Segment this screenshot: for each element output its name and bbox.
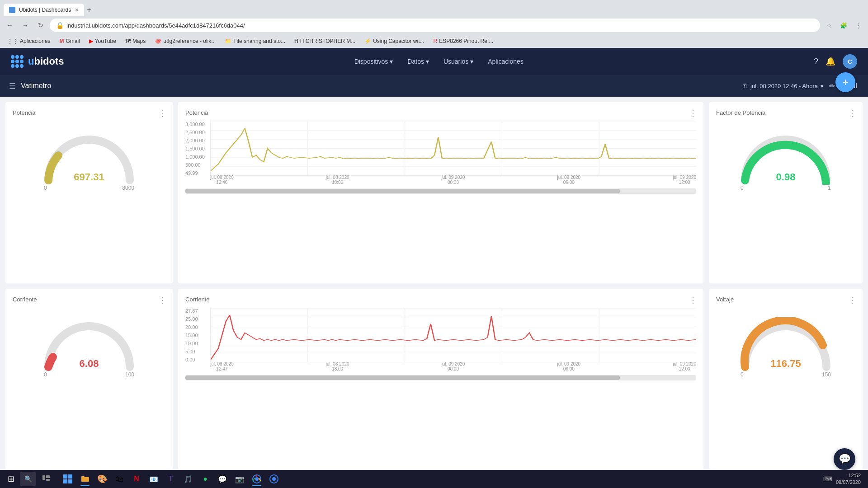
- chevron-down-icon-3: ▾: [470, 58, 473, 65]
- task-view-button[interactable]: [38, 472, 54, 475]
- camera-icon: 📷: [235, 475, 244, 475]
- factor-gauge-menu[interactable]: ⋮: [848, 108, 856, 118]
- chrome-icon-2: [269, 474, 278, 475]
- corriente-gauge-title: Corriente: [13, 296, 165, 303]
- bookmark-button[interactable]: ☆: [823, 19, 835, 32]
- bookmark-apps[interactable]: ⋮⋮ Aplicaciones: [5, 37, 53, 45]
- apps-icon: ⋮⋮: [7, 38, 18, 44]
- top-nav: ubidots Dispositivos ▾ Datos ▾ Usuarios …: [0, 48, 868, 75]
- taskbar-app-chrome[interactable]: [249, 472, 265, 475]
- add-widget-button[interactable]: +: [835, 72, 855, 92]
- taskbar-app-netflix[interactable]: N: [128, 472, 145, 475]
- logo-dots: [11, 55, 24, 68]
- corriente-scrollbar-thumb: [185, 375, 620, 380]
- taskbar-app-windows[interactable]: [60, 472, 76, 475]
- nav-label-datos: Datos: [407, 58, 424, 65]
- logo-text[interactable]: ubidots: [28, 56, 64, 67]
- edit-button[interactable]: ✏: [829, 82, 835, 90]
- date-range[interactable]: 🗓 jul. 08 2020 12:46 - Ahora ▾: [742, 83, 824, 89]
- corriente-x-labels: jul. 08 202012:47 jul. 08 202018:00 jul.…: [210, 361, 696, 371]
- nav-label-usuarios: Usuarios: [443, 58, 468, 65]
- browser-actions: ☆ 🧩 ⋮: [823, 19, 864, 32]
- corriente-gauge-value: 6.08: [80, 358, 99, 370]
- taskbar-app-teams[interactable]: T: [163, 472, 179, 475]
- start-button[interactable]: ⊞: [4, 472, 18, 475]
- help-button[interactable]: ?: [814, 57, 818, 66]
- app-container: ubidots Dispositivos ▾ Datos ▾ Usuarios …: [0, 48, 868, 475]
- bookmark-esp8266[interactable]: R ESP8266 Pinout Ref...: [431, 37, 496, 45]
- back-button[interactable]: ←: [4, 19, 16, 32]
- esp-icon: R: [434, 38, 438, 44]
- nav-usuarios[interactable]: Usuarios ▾: [443, 58, 473, 65]
- taskbar-app-explorer[interactable]: [77, 472, 93, 475]
- bookmark-maps[interactable]: 🗺 Maps: [123, 37, 148, 45]
- bookmarks-bar: ⋮⋮ Aplicaciones M Gmail ▶ YouTube 🗺 Maps…: [0, 34, 868, 48]
- forward-button[interactable]: →: [19, 19, 32, 32]
- browser-chrome: Ubidots | Dashboards ✕ + ← → ↻ 🔒 industr…: [0, 0, 868, 48]
- nav-menu: Dispositivos ▾ Datos ▾ Usuarios ▾ Aplica…: [82, 58, 796, 65]
- bookmark-u8g2[interactable]: 🐙 u8g2reference - olik...: [152, 37, 218, 45]
- taskbar-app-msg[interactable]: 💬: [214, 472, 231, 475]
- corriente-chart-scrollbar[interactable]: [185, 375, 696, 380]
- msg-icon: 💬: [218, 475, 227, 475]
- voltaje-gauge-max: 150: [822, 371, 831, 378]
- potencia-chart-title: Potencia: [185, 109, 696, 116]
- h-icon: H: [294, 38, 298, 44]
- bookmark-filesharing[interactable]: 📁 File sharing and sto...: [222, 37, 288, 45]
- bookmark-capacitor[interactable]: ⚡ Using Capacitor wit...: [362, 37, 427, 45]
- extension-button[interactable]: 🧩: [837, 19, 850, 32]
- voltaje-gauge-value: 116.75: [770, 358, 801, 370]
- taskbar-app-camera[interactable]: 📷: [231, 472, 248, 475]
- chevron-down-icon-2: ▾: [426, 58, 429, 65]
- store-icon: 🛍: [115, 474, 123, 475]
- user-avatar[interactable]: C: [843, 54, 857, 69]
- nav-aplicaciones[interactable]: Aplicaciones: [488, 58, 524, 65]
- tab-favicon: [9, 7, 15, 13]
- taskbar-app-green1[interactable]: ●: [197, 472, 213, 475]
- nav-dispositivos[interactable]: Dispositivos ▾: [354, 58, 393, 65]
- taskbar-app-store[interactable]: 🛍: [111, 472, 127, 475]
- voltaje-gauge-menu[interactable]: ⋮: [848, 295, 856, 305]
- settings-button[interactable]: ⋮: [852, 19, 864, 32]
- reload-button[interactable]: ↻: [34, 19, 47, 32]
- potencia-chart-menu[interactable]: ⋮: [689, 108, 697, 118]
- corriente-chart-widget: Corriente ⋮ 27.87 25.00 20.00 15.00 10.0…: [178, 289, 703, 470]
- corriente-chart-menu[interactable]: ⋮: [689, 295, 697, 305]
- browser-tab-active[interactable]: Ubidots | Dashboards ✕: [4, 4, 84, 16]
- factor-gauge-min: 0: [741, 185, 744, 191]
- taskbar-app-email[interactable]: 📧: [146, 472, 162, 475]
- chat-button[interactable]: 💬: [834, 448, 855, 470]
- taskbar-apps: 🎨 🛍 N 📧 T 🎵 ● 💬 📷: [56, 472, 821, 475]
- search-button[interactable]: 🔍: [20, 472, 36, 475]
- potencia-chart-svg: [211, 122, 696, 175]
- taskbar-app-paint[interactable]: 🎨: [94, 472, 110, 475]
- potencia-chart-plot: [210, 122, 696, 176]
- bookmark-gmail[interactable]: M Gmail: [57, 37, 82, 45]
- potencia-chart-area: 3,000.00 2,500.00 2,000.00 1,500.00 1,00…: [185, 122, 696, 185]
- corriente-chart-area: 27.87 25.00 20.00 15.00 10.00 5.00 0.00: [185, 308, 696, 371]
- taskbar-right: ⌨ 12:52 09/07/2020: [823, 472, 864, 475]
- taskbar-app-media[interactable]: 🎵: [180, 472, 196, 475]
- taskbar-app-chrome2[interactable]: [266, 472, 282, 475]
- potencia-gauge-menu[interactable]: ⋮: [158, 108, 166, 118]
- factor-gauge-container: 0.98 0 1: [716, 122, 855, 200]
- corriente-gauge-widget: Corriente ⋮ 6.08 0 100: [5, 289, 173, 470]
- address-bar[interactable]: 🔒 industrial.ubidots.com/app/dashboards/…: [50, 19, 820, 32]
- dashboard-content: Potencia ⋮ 697.31 0 8000 Potencia ⋮: [0, 97, 868, 475]
- bookmark-youtube[interactable]: ▶ YouTube: [86, 37, 119, 45]
- bookmark-christopher[interactable]: H H CHRISTOPHER M...: [292, 37, 358, 45]
- corriente-y-labels: 27.87 25.00 20.00 15.00 10.00 5.00 0.00: [185, 308, 210, 362]
- menu-icon[interactable]: ☰: [9, 82, 15, 90]
- address-bar-row: ← → ↻ 🔒 industrial.ubidots.com/app/dashb…: [0, 16, 868, 34]
- notifications-button[interactable]: 🔔: [826, 56, 835, 66]
- url-text: industrial.ubidots.com/app/dashboards/5e…: [66, 22, 245, 29]
- voltaje-gauge-title: Voltaje: [716, 296, 855, 303]
- potencia-chart-scrollbar[interactable]: [185, 188, 696, 194]
- youtube-icon: ▶: [89, 38, 93, 44]
- tab-close-button[interactable]: ✕: [75, 7, 79, 13]
- email-icon: 📧: [149, 475, 158, 475]
- nav-datos[interactable]: Datos ▾: [407, 58, 429, 65]
- new-tab-button[interactable]: +: [87, 6, 91, 14]
- corriente-gauge-max: 100: [125, 371, 134, 378]
- corriente-gauge-menu[interactable]: ⋮: [158, 295, 166, 305]
